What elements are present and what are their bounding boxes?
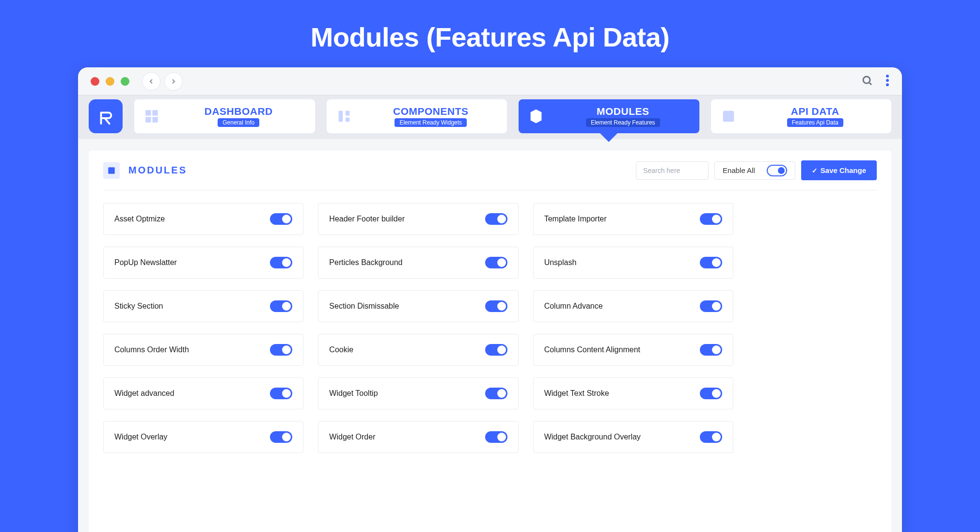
tab-api-data[interactable]: API DATA Features Api Data bbox=[711, 99, 892, 133]
svg-point-2 bbox=[886, 75, 889, 78]
module-toggle[interactable] bbox=[485, 300, 507, 312]
module-label: Header Footer builder bbox=[329, 215, 405, 223]
module-toggle[interactable] bbox=[485, 344, 507, 356]
search-icon[interactable] bbox=[861, 75, 873, 88]
module-label: Widget Text Stroke bbox=[544, 389, 609, 398]
module-label: Widget Background Overlay bbox=[544, 433, 641, 441]
module-label: Template Importer bbox=[544, 215, 607, 223]
module-toggle[interactable] bbox=[485, 388, 507, 399]
maximize-icon[interactable] bbox=[121, 77, 129, 86]
module-card: Section Dismissable bbox=[318, 290, 518, 322]
svg-point-0 bbox=[863, 77, 870, 83]
svg-rect-9 bbox=[723, 111, 734, 122]
module-toggle[interactable] bbox=[485, 431, 507, 443]
module-label: Widget Overlay bbox=[114, 433, 167, 441]
save-button[interactable]: ✓ Save Change bbox=[801, 160, 877, 180]
tab-title: DASHBOARD bbox=[205, 106, 273, 117]
module-toggle[interactable] bbox=[270, 213, 292, 225]
module-label: Asset Optmize bbox=[114, 215, 165, 223]
close-icon[interactable] bbox=[91, 77, 99, 86]
module-toggle[interactable] bbox=[485, 213, 507, 225]
api-icon bbox=[718, 106, 739, 127]
svg-rect-8 bbox=[152, 117, 158, 122]
svg-line-1 bbox=[869, 83, 871, 85]
module-toggle[interactable] bbox=[700, 431, 722, 443]
svg-point-3 bbox=[886, 79, 889, 82]
module-label: Sticky Section bbox=[114, 302, 163, 311]
tab-modules[interactable]: MODULES Element Ready Features bbox=[519, 99, 699, 133]
module-label: Columns Order Width bbox=[114, 345, 189, 354]
module-toggle[interactable] bbox=[270, 344, 292, 356]
save-label: Save Change bbox=[821, 166, 866, 174]
module-card: PopUp Newslatter bbox=[103, 247, 303, 279]
nav-arrows bbox=[142, 72, 183, 91]
module-toggle[interactable] bbox=[700, 257, 722, 268]
module-toggle[interactable] bbox=[485, 257, 507, 268]
browser-window: DASHBOARD General Info COMPONENTS Elemen… bbox=[78, 67, 902, 532]
traffic-lights bbox=[91, 77, 129, 86]
module-toggle[interactable] bbox=[270, 388, 292, 399]
module-label: Cookie bbox=[329, 345, 353, 354]
card-header: MODULES Enable All ✓ Save Change bbox=[103, 160, 877, 190]
module-label: Widget Order bbox=[329, 433, 375, 441]
logo[interactable] bbox=[89, 99, 123, 133]
module-card: Template Importer bbox=[533, 203, 733, 235]
tab-sub: Features Api Data bbox=[787, 118, 843, 127]
modules-icon bbox=[525, 106, 547, 127]
module-card: Widget advanced bbox=[103, 377, 303, 409]
module-toggle[interactable] bbox=[700, 344, 722, 356]
back-button[interactable] bbox=[142, 72, 160, 91]
module-toggle[interactable] bbox=[700, 300, 722, 312]
module-card: Columns Content Alignment bbox=[533, 334, 733, 366]
modules-grid: Asset OptmizeHeader Footer builderTempla… bbox=[103, 190, 733, 453]
tab-components[interactable]: COMPONENTS Element Ready Widgets bbox=[327, 99, 507, 133]
enable-all-toggle[interactable]: Enable All bbox=[714, 161, 795, 180]
page-title: Modules (Features Api Data) bbox=[0, 0, 980, 67]
module-label: Perticles Background bbox=[329, 258, 402, 267]
module-toggle[interactable] bbox=[700, 388, 722, 399]
tab-dashboard[interactable]: DASHBOARD General Info bbox=[134, 99, 315, 133]
enable-all-label: Enable All bbox=[723, 166, 755, 174]
module-toggle[interactable] bbox=[270, 431, 292, 443]
module-card: Columns Order Width bbox=[103, 334, 303, 366]
minimize-icon[interactable] bbox=[106, 77, 114, 86]
module-label: PopUp Newslatter bbox=[114, 258, 177, 267]
module-toggle[interactable] bbox=[700, 213, 722, 225]
module-toggle[interactable] bbox=[270, 257, 292, 268]
components-icon bbox=[333, 106, 355, 127]
tab-sub: Element Ready Widgets bbox=[395, 118, 467, 127]
module-label: Column Advance bbox=[544, 302, 603, 311]
tabs-bar: DASHBOARD General Info COMPONENTS Elemen… bbox=[78, 95, 902, 139]
card-title: MODULES bbox=[128, 165, 187, 176]
search-input[interactable] bbox=[636, 161, 709, 180]
module-label: Unsplash bbox=[544, 258, 577, 267]
module-card: Widget Background Overlay bbox=[533, 421, 733, 453]
module-card: Widget Overlay bbox=[103, 421, 303, 453]
browser-chrome bbox=[78, 67, 902, 95]
module-card: Sticky Section bbox=[103, 290, 303, 322]
content-card: MODULES Enable All ✓ Save Change Asset O… bbox=[89, 151, 891, 532]
module-card: Widget Order bbox=[318, 421, 518, 453]
tab-title: COMPONENTS bbox=[393, 106, 469, 117]
module-card: Asset Optmize bbox=[103, 203, 303, 235]
svg-point-4 bbox=[886, 83, 889, 86]
svg-rect-7 bbox=[145, 117, 151, 122]
module-card: Cookie bbox=[318, 334, 518, 366]
module-card: Header Footer builder bbox=[318, 203, 518, 235]
module-toggle[interactable] bbox=[270, 300, 292, 312]
module-card: Perticles Background bbox=[318, 247, 518, 279]
check-icon: ✓ bbox=[812, 167, 818, 174]
svg-rect-10 bbox=[108, 167, 115, 174]
module-label: Widget advanced bbox=[114, 389, 174, 398]
svg-rect-6 bbox=[152, 110, 158, 115]
more-icon[interactable] bbox=[885, 74, 889, 89]
forward-button[interactable] bbox=[164, 72, 183, 91]
tab-title: API DATA bbox=[791, 106, 839, 117]
svg-rect-5 bbox=[145, 110, 151, 115]
module-card: Widget Text Stroke bbox=[533, 377, 733, 409]
tab-sub: General Info bbox=[218, 118, 259, 127]
tab-title: MODULES bbox=[597, 106, 649, 117]
module-label: Section Dismissable bbox=[329, 302, 399, 311]
dashboard-icon bbox=[141, 106, 162, 127]
module-card: Unsplash bbox=[533, 247, 733, 279]
